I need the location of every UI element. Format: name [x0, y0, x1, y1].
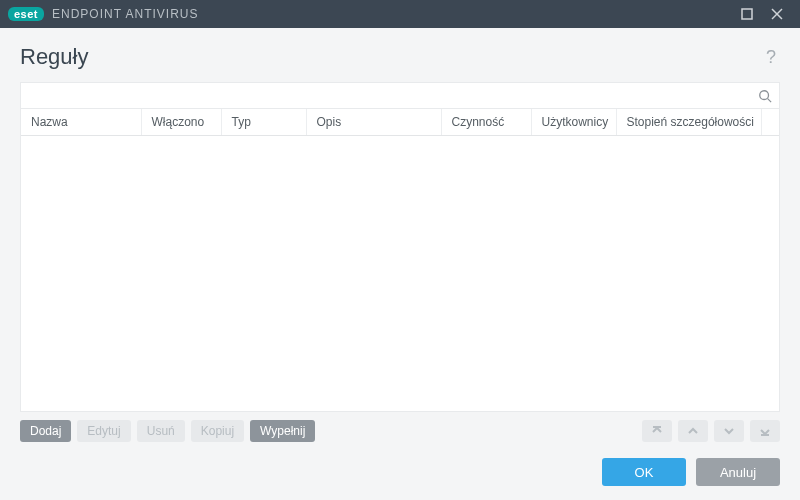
populate-button[interactable]: Wypełnij — [250, 420, 315, 442]
col-severity[interactable]: Stopień szczegółowości — [616, 109, 761, 136]
edit-button: Edytuj — [77, 420, 130, 442]
move-down-button — [714, 420, 744, 442]
move-up-button — [678, 420, 708, 442]
cancel-button[interactable]: Anuluj — [696, 458, 780, 486]
header-row: Reguły ? — [20, 44, 780, 70]
search-icon[interactable] — [757, 88, 773, 104]
svg-rect-0 — [742, 9, 752, 19]
copy-button: Kopiuj — [191, 420, 244, 442]
svg-point-3 — [760, 90, 769, 99]
rules-panel: Nazwa Włączono Typ Opis Czynność Użytkow… — [20, 82, 780, 412]
close-button[interactable] — [762, 0, 792, 28]
ok-button[interactable]: OK — [602, 458, 686, 486]
col-enabled[interactable]: Włączono — [141, 109, 221, 136]
footer: OK Anuluj — [20, 442, 780, 486]
col-description[interactable]: Opis — [306, 109, 441, 136]
add-button[interactable]: Dodaj — [20, 420, 71, 442]
minimize-button[interactable] — [732, 0, 762, 28]
page-title: Reguły — [20, 44, 88, 70]
brand-logo: eset — [8, 7, 44, 21]
search-input[interactable] — [27, 83, 757, 108]
help-icon[interactable]: ? — [766, 47, 780, 68]
move-bottom-button — [750, 420, 780, 442]
col-users[interactable]: Użytkownicy — [531, 109, 616, 136]
content-area: Reguły ? Nazwa Włączono Typ — [0, 28, 800, 500]
toolbar: Dodaj Edytuj Usuń Kopiuj Wypełnij — [20, 412, 780, 442]
table-header-row: Nazwa Włączono Typ Opis Czynność Użytkow… — [21, 109, 779, 136]
col-name[interactable]: Nazwa — [21, 109, 141, 136]
move-top-button — [642, 420, 672, 442]
col-action[interactable]: Czynność — [441, 109, 531, 136]
titlebar: eset ENDPOINT ANTIVIRUS — [0, 0, 800, 28]
search-row — [21, 83, 779, 109]
delete-button: Usuń — [137, 420, 185, 442]
table-wrap[interactable]: Nazwa Włączono Typ Opis Czynność Użytkow… — [21, 109, 779, 411]
svg-line-4 — [768, 98, 772, 102]
rules-table: Nazwa Włączono Typ Opis Czynność Użytkow… — [21, 109, 779, 136]
col-type[interactable]: Typ — [221, 109, 306, 136]
col-extra — [761, 109, 779, 136]
product-name: ENDPOINT ANTIVIRUS — [52, 7, 198, 21]
